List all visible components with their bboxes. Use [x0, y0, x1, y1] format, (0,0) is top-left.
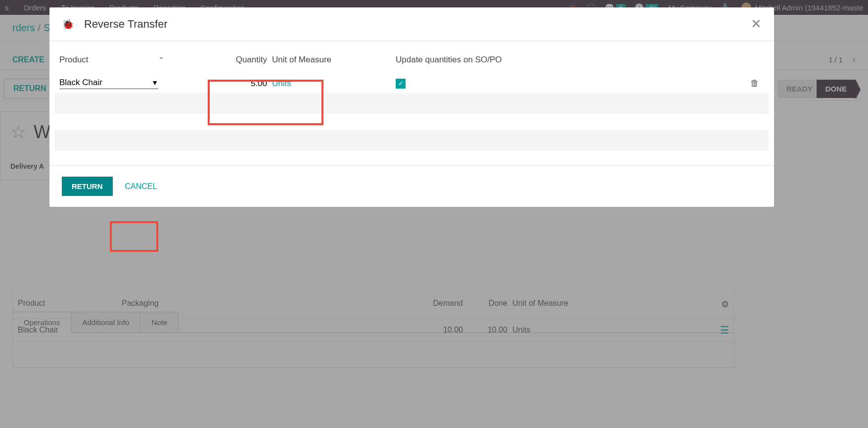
close-icon[interactable]: ✕ [751, 16, 762, 32]
checkbox-icon: ✓ [396, 79, 406, 89]
modal-header: 🐞 Reverse Transfer ✕ [49, 7, 774, 41]
reverse-transfer-modal: 🐞 Reverse Transfer ✕ Product ⌃ Quantity … [49, 7, 774, 207]
quantity-label: Quantity [236, 55, 267, 65]
modal-table-header: Product ⌃ Quantity Unit of Measure Updat… [54, 46, 769, 74]
update-checkbox[interactable]: ✓ [396, 79, 638, 89]
mcol-header-uom[interactable]: Unit of Measure [272, 55, 396, 65]
mcol-header-update[interactable]: Update quantities on SO/PO [396, 55, 638, 65]
modal-empty-row [54, 94, 769, 113]
mcol-header-quantity[interactable]: ⌃ Quantity [158, 55, 272, 65]
modal-body: Product ⌃ Quantity Unit of Measure Updat… [49, 41, 774, 165]
bug-icon[interactable]: 🐞 [62, 18, 74, 30]
product-select[interactable]: Black Chair ▼ [59, 78, 158, 89]
modal-table-row[interactable]: Black Chair ▼ 5.00 Units ✓ 🗑 [54, 74, 769, 94]
modal-title: Reverse Transfer [84, 18, 168, 31]
caret-down-icon: ▼ [151, 79, 158, 87]
cancel-button[interactable]: CANCEL [125, 182, 157, 191]
mcol-header-product[interactable]: Product [59, 55, 158, 65]
sort-caret-icon: ⌃ [158, 56, 164, 64]
uom-value[interactable]: Units [272, 79, 396, 89]
modal-footer: RETURN CANCEL [49, 165, 774, 207]
product-value: Black Chair [59, 78, 102, 88]
modal-footer-row [54, 131, 769, 150]
return-button[interactable]: RETURN [62, 177, 113, 196]
quantity-input[interactable]: 5.00 [158, 79, 272, 89]
trash-icon[interactable]: 🗑 [750, 78, 759, 88]
